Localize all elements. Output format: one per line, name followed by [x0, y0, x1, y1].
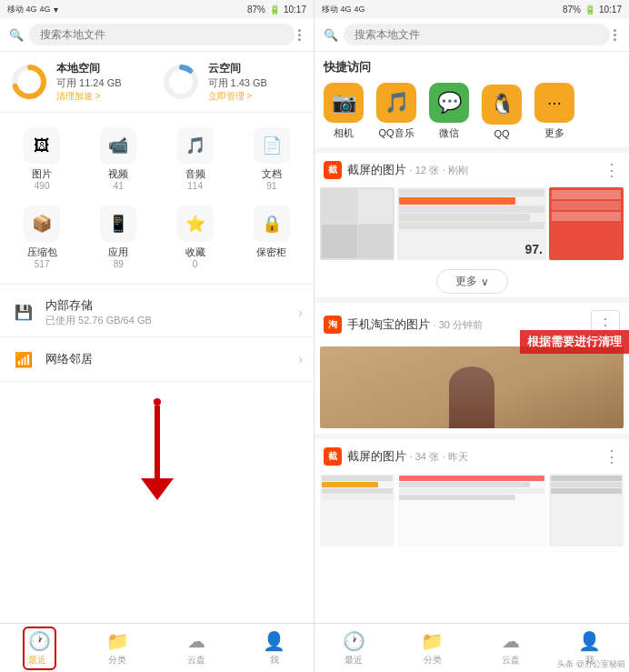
album-3-header: 截 截屏的图片 · 34 张 · 昨天 ⋮	[314, 439, 629, 474]
me-nav-label: 我	[270, 654, 279, 667]
right-nav-category[interactable]: 📁 分类	[394, 624, 473, 672]
apps-count: 89	[114, 259, 124, 269]
right-search-input[interactable]	[344, 24, 610, 45]
local-storage-title: 本地空间	[56, 61, 122, 76]
album-1-more-btn[interactable]: ⋮	[604, 160, 620, 180]
local-storage-donut	[9, 62, 49, 102]
arrow-head	[141, 478, 174, 500]
left-nav-category[interactable]: 📁 分类	[78, 624, 156, 672]
me-icon: 👤	[263, 630, 285, 652]
album-1-header: 截 截屏的图片 · 12 张 · 刚刚 ⋮	[314, 153, 629, 187]
arrow-dot	[154, 398, 161, 406]
thumb-2[interactable]: 97.	[397, 187, 546, 260]
category-audio[interactable]: 🎵 音频 114	[157, 120, 234, 198]
wechat-icon-circle: 💬	[429, 83, 469, 123]
album-taobao: 淘 手机淘宝的图片 · 30 分钟前 ⋮ 根据需要进行清理	[314, 297, 629, 434]
quick-icon-camera[interactable]: 📷 相机	[324, 83, 364, 140]
right-signal: 4G	[354, 5, 365, 14]
quick-icon-wechat[interactable]: 💬 微信	[429, 83, 469, 140]
album-3-title: 截屏的图片 · 34 张 · 昨天	[347, 448, 598, 465]
right-search-icon: 🔍	[324, 28, 338, 42]
cloud-storage-avail: 可用 1.43 GB	[208, 76, 267, 90]
camera-label: 相机	[334, 126, 354, 140]
audio-count: 114	[187, 181, 203, 191]
category-docs[interactable]: 📄 文档 91	[234, 120, 310, 198]
videos-label: 视频	[108, 167, 128, 181]
cloud-storage-action[interactable]: 立即管理 >	[208, 90, 267, 103]
left-bottom-nav: 🕐 最近 📁 分类 ☁ 云盘 👤 我	[0, 623, 314, 672]
right-cloud-icon: ☁	[502, 630, 520, 652]
category-zip[interactable]: 📦 压缩包 517	[4, 198, 80, 276]
arrow-annotation	[0, 386, 314, 623]
favorites-icon: ⭐	[177, 206, 214, 242]
person-photo	[320, 346, 624, 428]
favorites-count: 0	[193, 259, 198, 269]
quick-icon-qqmusic[interactable]: 🎵 QQ音乐	[376, 83, 416, 140]
left-nav-me[interactable]: 👤 我	[235, 624, 314, 672]
left-more-button[interactable]	[295, 25, 305, 45]
down-arrow	[141, 395, 174, 500]
right-category-icon: 📁	[421, 630, 444, 652]
carrier-text: 移动 4G	[7, 4, 37, 15]
network-neighbor-title: 网络邻居	[45, 351, 298, 367]
left-nav-recent[interactable]: 🕐 最近	[0, 624, 78, 672]
album-3-more-btn[interactable]: ⋮	[604, 446, 620, 466]
local-storage-card[interactable]: 本地空间 可用 11.24 GB 清理加速 >	[9, 61, 154, 103]
category-images[interactable]: 🖼 图片 490	[4, 120, 80, 198]
more-button[interactable]: 更多 ∨	[436, 269, 508, 294]
ss-thumb-2[interactable]	[397, 474, 546, 547]
album-3-thumbs	[314, 474, 629, 552]
category-apps[interactable]: 📱 应用 89	[80, 198, 156, 276]
recent-icon: 🕐	[28, 630, 51, 652]
local-storage-avail: 可用 11.24 GB	[56, 76, 122, 90]
favorites-label: 收藏	[185, 246, 205, 259]
time-display: 10:17	[284, 5, 306, 15]
internal-storage-item[interactable]: 💾 内部存储 已使用 52.76 GB/64 GB ›	[0, 288, 314, 337]
cloud-nav-label: 云盘	[187, 654, 205, 667]
album-3-source-icon: 截	[324, 447, 342, 466]
apps-label: 应用	[108, 246, 128, 259]
ss-thumb-1[interactable]	[320, 474, 394, 547]
category-videos[interactable]: 📹 视频 41	[80, 120, 156, 198]
right-bottom-nav: 🕐 最近 📁 分类 ☁ 云盘 👤 我 头条 @办公室秘箱	[314, 623, 629, 672]
album-screenshots: 截 截屏的图片 · 12 张 · 刚刚 ⋮	[314, 147, 629, 297]
left-nav-cloud[interactable]: ☁ 云盘	[157, 624, 235, 672]
right-battery: 87%	[563, 5, 581, 15]
ss-thumb-3[interactable]	[549, 474, 624, 547]
network-neighbor-icon: 📶	[11, 346, 36, 372]
more-quick-label: 更多	[544, 126, 564, 140]
right-more-button[interactable]	[610, 25, 620, 45]
apps-icon: 📱	[100, 206, 136, 242]
left-status-left: 移动 4G 4G ▾	[7, 4, 58, 15]
wechat-label: 微信	[439, 126, 459, 140]
right-nav-cloud[interactable]: ☁ 云盘	[472, 624, 551, 672]
cloud-icon: ☁	[187, 630, 205, 652]
storage-location: 💾 内部存储 已使用 52.76 GB/64 GB › 📶 网络邻居 ›	[0, 285, 314, 386]
quick-icon-qq[interactable]: 🐧 QQ	[482, 85, 522, 139]
network-neighbor-item[interactable]: 📶 网络邻居 ›	[0, 337, 314, 382]
audio-icon: 🎵	[177, 127, 214, 164]
recent-highlight-box: 🕐 最近	[23, 627, 56, 670]
left-status-right: 87% 🔋 10:17	[247, 5, 306, 15]
quick-icon-more[interactable]: ⋯ 更多	[534, 83, 574, 140]
internal-storage-icon: 💾	[11, 300, 36, 326]
camera-icon-circle: 📷	[324, 83, 364, 123]
zip-icon: 📦	[24, 206, 60, 242]
cloud-storage-title: 云空间	[208, 61, 267, 76]
category-favorites[interactable]: ⭐ 收藏 0	[157, 198, 234, 276]
thumb-3[interactable]	[549, 187, 624, 260]
videos-icon: 📹	[100, 127, 136, 164]
local-storage-action[interactable]: 清理加速 >	[56, 90, 122, 103]
category-grid: 🖼 图片 490 📹 视频 41 🎵 音频 114 📄 文档 91 📦 压缩包 …	[0, 113, 314, 285]
taobao-thumb[interactable]	[320, 346, 624, 428]
qq-icon-circle: 🐧	[482, 85, 522, 125]
right-category-label: 分类	[424, 654, 442, 667]
album-screenshots-2: 截 截屏的图片 · 34 张 · 昨天 ⋮	[314, 434, 629, 552]
category-vault[interactable]: 🔒 保密柜	[234, 198, 310, 276]
thumb-1[interactable]	[320, 187, 394, 260]
docs-count: 91	[266, 181, 276, 191]
cloud-storage-card[interactable]: 云空间 可用 1.43 GB 立即管理 >	[161, 61, 305, 103]
right-nav-recent[interactable]: 🕐 最近	[314, 624, 394, 672]
right-carrier-text: 移动 4G	[322, 4, 352, 15]
left-search-input[interactable]	[29, 24, 295, 45]
